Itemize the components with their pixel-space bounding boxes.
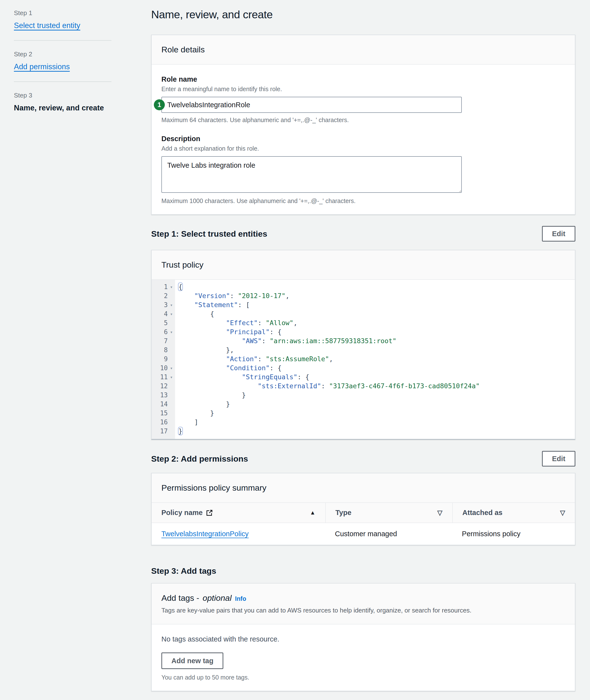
fold-arrow-icon[interactable]: ▾ [168,365,175,371]
code-line: { [175,309,575,318]
step2-heading: Step 2: Add permissions [151,454,248,464]
code-line: } [175,409,575,418]
step3-heading: Step 3: Add tags [151,566,216,576]
edit-permissions-button[interactable]: Edit [542,451,575,467]
code-line: "Principal": { [175,327,575,336]
filter-icon[interactable]: ▽ [437,509,442,517]
add-tags-title: Add tags - [162,593,199,603]
column-header-type[interactable]: Type ▽ [325,503,452,522]
add-new-tag-button[interactable]: Add new tag [162,653,223,669]
line-number: 11▾ [152,372,175,381]
policy-attached-as-cell: Permissions policy [452,523,575,545]
line-number: 6▾ [152,327,175,336]
edit-trusted-entities-button[interactable]: Edit [542,226,575,242]
role-name-input[interactable] [162,97,462,113]
fold-arrow-icon[interactable]: ▾ [168,302,175,308]
sidebar-item-select-trusted-entity[interactable]: Select trusted entity [14,21,80,30]
step1-section-row: Step 1: Select trusted entities Edit [151,226,575,242]
description-help: Add a short explanation for this role. [162,145,565,152]
role-details-header: Role details [152,35,575,65]
policy-type-cell: Customer managed [325,523,452,545]
code-line: } [175,399,575,409]
no-tags-text: No tags associated with the resource. [162,635,565,643]
main-content: Name, review, and create Role details Ro… [151,0,575,700]
line-number: 4▾ [152,309,175,318]
column-label: Type [335,509,352,517]
code-line: "Action": "sts:AssumeRole", [175,354,575,363]
policy-name-link[interactable]: TwelvelabsIntegrationPolicy [162,530,249,538]
steps-sidebar: Step 1 Select trusted entity Step 2 Add … [14,9,111,112]
permissions-summary-card: Permissions policy summary Policy name ▲… [151,473,575,545]
step1-heading: Step 1: Select trusted entities [151,229,267,239]
trust-policy-editor[interactable]: 1▾23▾4▾56▾78910▾11▾121314151617 { "Versi… [152,280,575,439]
table-row: TwelvelabsIntegrationPolicy Customer man… [152,523,575,545]
sidebar-item-add-permissions[interactable]: Add permissions [14,63,70,71]
line-number: 2 [152,291,175,300]
sidebar-divider [14,82,111,82]
info-link[interactable]: Info [235,595,246,602]
tags-limit-text: You can add up to 50 more tags. [162,674,565,681]
column-label: Attached as [463,509,502,517]
line-number: 10▾ [152,363,175,372]
add-tags-body: No tags associated with the resource. Ad… [152,624,575,691]
line-number: 17 [152,427,175,436]
code-line: "Version": "2012-10-17", [175,291,575,300]
role-name-label: Role name [162,75,565,83]
code-line: "Statement": [ [175,300,575,309]
fold-arrow-icon[interactable]: ▾ [168,284,175,289]
filter-icon[interactable]: ▽ [560,509,565,517]
fold-arrow-icon[interactable]: ▾ [168,329,175,335]
code-line: "StringEquals": { [175,372,575,381]
card-title: Permissions policy summary [162,483,565,493]
step-number-label: Step 3 [14,92,111,99]
code-line: "Effect": "Allow", [175,318,575,327]
line-number: 3▾ [152,300,175,309]
step-number-label: Step 2 [14,50,111,58]
sidebar-step-3: Step 3 Name, review, and create [14,92,111,112]
column-header-attached-as[interactable]: Attached as ▽ [452,503,575,522]
role-name-constraint: Maximum 64 characters. Use alphanumeric … [162,117,565,124]
add-tags-card: Add tags - optional Info Tags are key-va… [151,583,575,691]
trust-policy-card: Trust policy 1▾23▾4▾56▾78910▾11▾12131415… [151,250,575,440]
role-name-field: Role name Enter a meaningful name to ide… [162,75,565,124]
permissions-table-header: Policy name ▲ Type ▽ Attached as ▽ [152,503,575,523]
fold-arrow-icon[interactable]: ▾ [168,311,175,317]
external-link-icon [206,509,213,516]
description-textarea[interactable]: Twelve Labs integration role [162,156,462,193]
code-line: } [175,390,575,399]
role-details-body: Role name Enter a meaningful name to ide… [152,65,575,214]
line-number: 15 [152,409,175,418]
line-number: 1▾ [152,282,175,291]
card-title: Trust policy [162,260,565,269]
column-header-policy-name[interactable]: Policy name ▲ [152,503,325,522]
permissions-summary-header: Permissions policy summary [152,473,575,503]
sort-ascending-icon[interactable]: ▲ [310,509,315,516]
add-tags-header: Add tags - optional Info Tags are key-va… [152,583,575,624]
step2-section-row: Step 2: Add permissions Edit [151,451,575,467]
sidebar-divider [14,40,111,41]
step3-section-row: Step 3: Add tags [151,566,575,576]
sidebar-step-2: Step 2 Add permissions [14,50,111,71]
line-number: 9 [152,354,175,363]
description-constraint: Maximum 1000 characters. Use alphanumeri… [162,198,565,205]
code-line: "sts:ExternalId": "3173aef3-c467-4f6f-b1… [175,381,575,390]
card-title: Role details [162,45,565,54]
line-number: 12 [152,381,175,390]
line-number: 8 [152,345,175,354]
code-line: "AWS": "arn:aws:iam::587759318351:root" [175,336,575,345]
line-number: 5 [152,318,175,327]
column-label: Policy name [162,509,203,517]
editor-gutter: 1▾23▾4▾56▾78910▾11▾121314151617 [152,280,175,439]
role-name-help: Enter a meaningful name to identify this… [162,86,565,93]
description-label: Description [162,135,565,143]
line-number: 7 [152,336,175,345]
sidebar-item-name-review-create: Name, review, and create [14,104,111,112]
sidebar-step-1: Step 1 Select trusted entity [14,9,111,30]
line-number: 13 [152,390,175,399]
code-line: "Condition": { [175,363,575,372]
annotation-badge-1: 1 [154,99,165,110]
code-line: { [175,282,575,291]
fold-arrow-icon[interactable]: ▾ [168,374,175,380]
code-line: ] [175,418,575,427]
step-number-label: Step 1 [14,9,111,17]
